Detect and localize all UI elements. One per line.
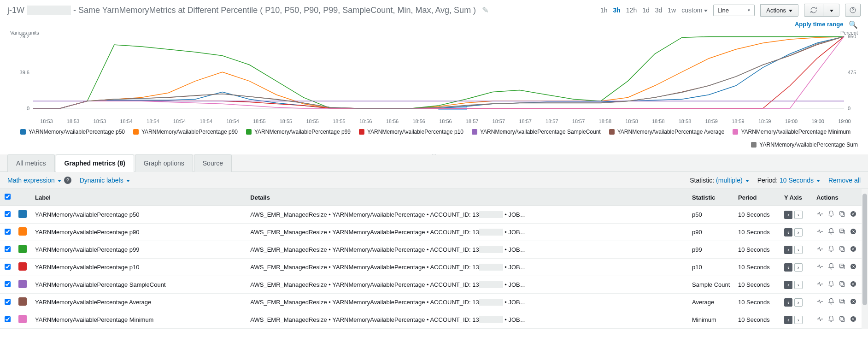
copy-icon[interactable] (839, 210, 846, 219)
remove-all-link[interactable]: Remove all (828, 177, 861, 184)
row-statistic[interactable]: Sample Count (688, 276, 734, 294)
time-range-3h[interactable]: 3h (613, 6, 620, 14)
edit-title-icon[interactable]: ✎ (482, 6, 489, 15)
scrollbar-thumb[interactable] (862, 194, 867, 305)
copy-icon[interactable] (839, 280, 846, 289)
apply-time-range-link[interactable]: Apply time range (795, 21, 843, 28)
copy-icon[interactable] (839, 315, 846, 324)
copy-icon[interactable] (839, 298, 846, 307)
row-checkbox[interactable] (5, 211, 11, 217)
tab-all-metrics[interactable]: All metrics (7, 154, 55, 172)
actions-button[interactable]: Actions (760, 4, 798, 17)
bell-icon[interactable] (827, 280, 835, 289)
row-checkbox[interactable] (5, 246, 11, 252)
chart-type-select[interactable]: Line (713, 5, 755, 16)
alarm-icon[interactable] (816, 298, 824, 307)
row-checkbox[interactable] (5, 281, 11, 287)
remove-icon[interactable] (850, 298, 857, 307)
time-range-12h[interactable]: 12h (626, 6, 637, 14)
yaxis-left-btn[interactable]: ‹ (784, 228, 792, 236)
alarm-icon[interactable] (816, 280, 824, 289)
refresh-dropdown[interactable] (823, 4, 839, 17)
remove-icon[interactable] (850, 263, 857, 272)
row-period[interactable]: 10 Seconds (734, 224, 780, 241)
alarm-icon[interactable] (816, 228, 824, 236)
yaxis-right-btn[interactable]: › (794, 298, 803, 307)
yaxis-left-btn[interactable]: ‹ (784, 263, 792, 272)
yaxis-right-btn[interactable]: › (794, 263, 803, 272)
math-help-icon[interactable]: ? (64, 177, 71, 184)
row-checkbox[interactable] (5, 299, 11, 305)
copy-icon[interactable] (839, 263, 846, 272)
time-range-custom[interactable]: custom (681, 6, 708, 14)
yaxis-right-btn[interactable]: › (794, 228, 803, 236)
legend-item[interactable]: YARNMemoryAvailablePercentage SampleCoun… (472, 129, 601, 135)
yaxis-left-btn[interactable]: ‹ (784, 211, 792, 219)
line-chart[interactable]: 79.239.609504750 (10, 30, 858, 118)
color-swatch[interactable] (18, 262, 27, 271)
color-swatch[interactable] (18, 227, 27, 236)
row-statistic[interactable]: Average (688, 294, 734, 311)
color-swatch[interactable] (18, 297, 27, 306)
yaxis-right-btn[interactable]: › (794, 281, 803, 289)
time-range-1h[interactable]: 1h (600, 6, 608, 14)
row-period[interactable]: 10 Seconds (734, 276, 780, 294)
row-statistic[interactable]: p10 (688, 259, 734, 276)
legend-item[interactable]: YARNMemoryAvailablePercentage p90 (133, 129, 238, 135)
bell-icon[interactable] (827, 245, 835, 254)
remove-icon[interactable] (850, 210, 857, 219)
yaxis-right-btn[interactable]: › (794, 211, 803, 219)
copy-icon[interactable] (839, 245, 846, 254)
tab-source[interactable]: Source (194, 154, 232, 172)
bell-icon[interactable] (827, 210, 835, 219)
splitter-handle[interactable]: ⋯ (0, 152, 868, 154)
alarm-icon[interactable] (816, 263, 824, 272)
statistic-dropdown[interactable]: (multiple) (716, 177, 749, 184)
remove-icon[interactable] (850, 315, 857, 324)
bell-icon[interactable] (827, 263, 835, 272)
legend-item[interactable]: YARNMemoryAvailablePercentage p99 (246, 129, 351, 135)
select-all-checkbox[interactable] (5, 194, 11, 200)
time-range-1w[interactable]: 1w (668, 6, 676, 14)
color-swatch[interactable] (18, 315, 27, 323)
time-range-1d[interactable]: 1d (642, 6, 650, 14)
tab-graph-options[interactable]: Graph options (135, 154, 193, 172)
legend-item[interactable]: YARNMemoryAvailablePercentage p50 (20, 129, 125, 135)
row-statistic[interactable]: p50 (688, 206, 734, 224)
row-statistic[interactable]: Minimum (688, 311, 734, 329)
row-checkbox[interactable] (5, 316, 11, 322)
yaxis-right-btn[interactable]: › (794, 246, 803, 254)
row-checkbox[interactable] (5, 264, 11, 270)
yaxis-left-btn[interactable]: ‹ (784, 298, 792, 307)
period-dropdown[interactable]: 10 Seconds (780, 177, 820, 184)
yaxis-left-btn[interactable]: ‹ (784, 246, 792, 254)
row-period[interactable]: 10 Seconds (734, 206, 780, 224)
row-period[interactable]: 10 Seconds (734, 259, 780, 276)
row-statistic[interactable]: p99 (688, 241, 734, 259)
yaxis-right-btn[interactable]: › (794, 316, 803, 324)
row-period[interactable]: 10 Seconds (734, 294, 780, 311)
copy-icon[interactable] (839, 228, 846, 236)
alarm-icon[interactable] (816, 315, 824, 324)
alarm-icon[interactable] (816, 210, 824, 219)
bell-icon[interactable] (827, 228, 835, 236)
row-period[interactable]: 10 Seconds (734, 311, 780, 329)
refresh-button[interactable] (804, 4, 823, 17)
remove-icon[interactable] (850, 280, 857, 289)
bell-icon[interactable] (827, 315, 835, 324)
row-period[interactable]: 10 Seconds (734, 241, 780, 259)
row-statistic[interactable]: p90 (688, 224, 734, 241)
legend-item[interactable]: YARNMemoryAvailablePercentage Average (609, 129, 725, 135)
vertical-scrollbar[interactable] (862, 189, 868, 329)
bell-icon[interactable] (827, 298, 835, 307)
color-swatch[interactable] (18, 280, 27, 288)
dynamic-labels-link[interactable]: Dynamic labels (80, 177, 130, 184)
color-swatch[interactable] (18, 210, 27, 218)
remove-icon[interactable] (850, 228, 857, 236)
math-expression-link[interactable]: Math expression (7, 177, 61, 184)
legend-item[interactable]: YARNMemoryAvailablePercentage p10 (359, 129, 463, 135)
yaxis-left-btn[interactable]: ‹ (784, 281, 792, 289)
help-button[interactable] (845, 4, 861, 17)
time-range-3d[interactable]: 3d (655, 6, 663, 14)
zoom-icon[interactable]: 🔍 (849, 21, 858, 29)
